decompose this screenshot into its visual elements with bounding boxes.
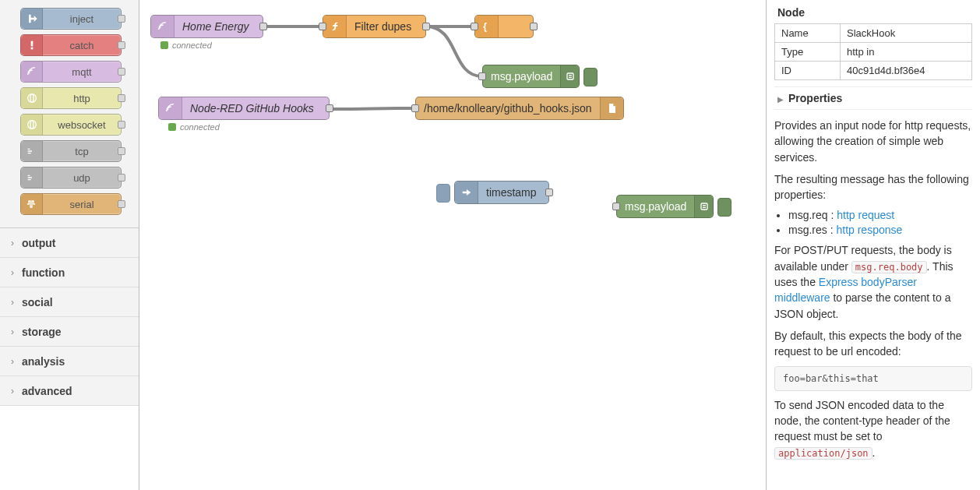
- flow-canvas[interactable]: Home Energy connected Filter dupes { msg…: [139, 0, 766, 490]
- arrow-right-icon: [455, 182, 478, 203]
- port-out[interactable]: [259, 23, 267, 30]
- category-social[interactable]: ›social: [0, 287, 139, 317]
- info-key: Type: [775, 43, 841, 62]
- list-item: msg.res : http response: [788, 224, 972, 236]
- node-status: connected: [160, 41, 212, 50]
- node-label: timestamp: [478, 186, 548, 199]
- port-icon: [118, 15, 125, 23]
- node-json[interactable]: {: [474, 15, 534, 38]
- port-icon: [118, 94, 125, 102]
- status-text: connected: [172, 41, 212, 50]
- info-value: http in: [841, 43, 972, 62]
- wireless-icon: [159, 97, 182, 119]
- node-label: msg.payload: [483, 70, 560, 83]
- properties-label: Properties: [788, 92, 842, 104]
- chevron-right-icon: ›: [11, 267, 14, 278]
- port-out[interactable]: [545, 189, 553, 196]
- help-list: msg.req : http request msg.res : http re…: [788, 209, 972, 236]
- palette-node-label: tcp: [43, 146, 121, 157]
- port-in[interactable]: [471, 23, 478, 30]
- palette-node-inject[interactable]: inject: [20, 8, 122, 30]
- port-in[interactable]: [478, 72, 486, 80]
- globe-icon: [21, 115, 43, 135]
- debug-toggle-button[interactable]: [717, 198, 731, 217]
- category-output[interactable]: ›output: [0, 228, 139, 258]
- node-debug-2[interactable]: msg.payload: [616, 195, 714, 218]
- port-out[interactable]: [530, 23, 538, 30]
- svg-point-2: [27, 94, 36, 103]
- arrow-right-icon: [21, 9, 43, 29]
- chevron-right-icon: ›: [11, 326, 14, 337]
- info-value: SlackHook: [841, 24, 972, 43]
- li-text: msg.res :: [788, 224, 836, 236]
- category-label: function: [22, 266, 65, 279]
- palette-node-http[interactable]: http: [20, 87, 122, 109]
- node-info-table: NameSlackHook Typehttp in ID40c91d4d.bf3…: [774, 23, 972, 80]
- debug-icon: [560, 65, 579, 87]
- category-label: analysis: [22, 355, 65, 368]
- inject-trigger-button[interactable]: [436, 184, 450, 203]
- wireless-icon: [151, 16, 174, 37]
- li-text: msg.req :: [788, 209, 837, 221]
- category-analysis[interactable]: ›analysis: [0, 347, 139, 376]
- port-in[interactable]: [411, 104, 419, 112]
- port-out[interactable]: [422, 23, 430, 30]
- chevron-right-icon: ›: [11, 386, 14, 397]
- svg-point-4: [27, 121, 36, 129]
- palette-node-websocket[interactable]: websocket: [20, 114, 122, 136]
- node-label: Filter dupes: [347, 20, 425, 33]
- globe-icon: [21, 88, 43, 108]
- node-file[interactable]: /home/knolleary/github_hooks.json: [415, 97, 624, 120]
- status-dot-icon: [168, 123, 176, 131]
- category-function[interactable]: ›function: [0, 258, 139, 287]
- triangle-right-icon: ▶: [777, 95, 784, 104]
- category-storage[interactable]: ›storage: [0, 317, 139, 347]
- svg-text:{: {: [483, 21, 487, 32]
- list-item: msg.req : http request: [788, 209, 972, 221]
- port-in[interactable]: [319, 23, 326, 30]
- status-text: connected: [180, 122, 220, 132]
- port-out[interactable]: [326, 104, 333, 112]
- node-label: Home Energy: [174, 20, 263, 33]
- palette-node-label: http: [43, 93, 121, 104]
- node-timestamp[interactable]: timestamp: [454, 181, 549, 204]
- palette-node-label: mqtt: [43, 66, 121, 78]
- node-github-hooks[interactable]: Node-RED GitHub Hooks connected: [158, 97, 330, 120]
- info-key: Name: [775, 24, 841, 43]
- link-http-request[interactable]: http request: [837, 209, 894, 221]
- wireless-icon: [21, 62, 43, 82]
- category-label: social: [22, 296, 53, 308]
- palette-node-mqtt[interactable]: mqtt: [20, 61, 122, 83]
- debug-toggle-button[interactable]: [583, 68, 598, 86]
- palette-node-udp[interactable]: udp: [20, 167, 122, 189]
- help-text: To send JSON encoded data to the node, t…: [774, 397, 972, 460]
- port-in[interactable]: [612, 203, 620, 210]
- network-icon: [21, 167, 43, 188]
- t: .: [872, 446, 876, 459]
- svg-rect-0: [30, 41, 33, 47]
- link-http-response[interactable]: http response: [836, 224, 902, 236]
- category-advanced[interactable]: ›advanced: [0, 376, 139, 406]
- info-value: 40c91d4d.bf36e4: [841, 62, 972, 80]
- port-icon: [118, 147, 125, 155]
- palette-node-label: inject: [43, 13, 121, 25]
- node-filter-dupes[interactable]: Filter dupes: [323, 15, 426, 38]
- node-debug-1[interactable]: msg.payload: [482, 65, 580, 88]
- properties-toggle[interactable]: ▶Properties: [774, 86, 972, 110]
- palette-node-label: udp: [43, 172, 121, 184]
- port-icon: [118, 174, 125, 182]
- palette-node-catch[interactable]: catch: [20, 34, 122, 56]
- category-label: storage: [22, 326, 62, 338]
- svg-rect-7: [567, 73, 573, 79]
- palette-node-label: serial: [43, 199, 121, 210]
- palette-node-tcp[interactable]: tcp: [20, 140, 122, 162]
- chevron-right-icon: ›: [11, 297, 14, 308]
- category-label: advanced: [22, 385, 72, 397]
- chevron-right-icon: ›: [11, 238, 14, 249]
- info-section-title: Node: [774, 0, 972, 23]
- palette-node-serial[interactable]: serial: [20, 193, 122, 215]
- palette: inject catch mqtt http websocket: [0, 0, 139, 490]
- info-sidebar: Node NameSlackHook Typehttp in ID40c91d4…: [766, 0, 980, 490]
- category-label: output: [22, 237, 56, 249]
- node-home-energy[interactable]: Home Energy connected: [150, 15, 263, 38]
